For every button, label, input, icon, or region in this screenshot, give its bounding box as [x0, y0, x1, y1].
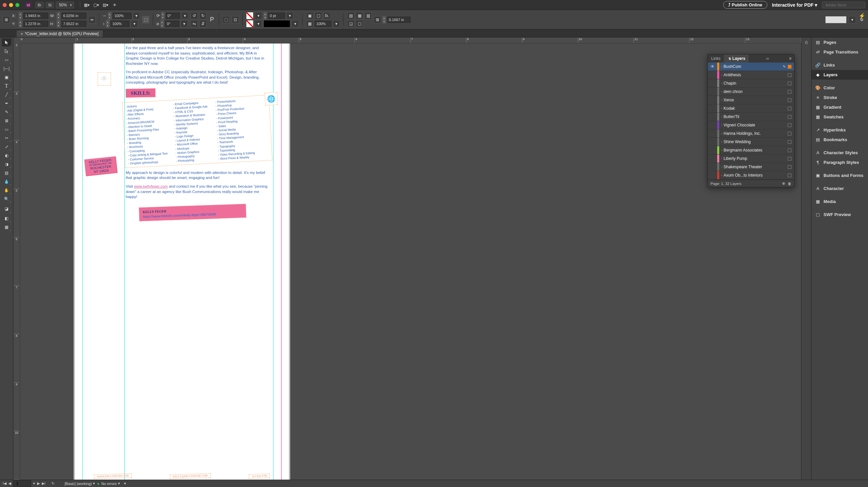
dock-swatches[interactable]: ▦Swatches: [811, 112, 868, 122]
expand-icon[interactable]: ›: [721, 149, 722, 152]
delete-layer-icon[interactable]: 🗑: [788, 182, 792, 186]
close-tab-icon[interactable]: ×: [21, 32, 23, 36]
layer-row[interactable]: › Vigneri Chocolate: [708, 121, 794, 129]
dock-color[interactable]: 🎨Color: [811, 83, 868, 93]
dock-paragraph-styles[interactable]: ¶Paragraph Styles: [811, 157, 868, 167]
zoom-select[interactable]: 50%: [56, 2, 74, 8]
preflight-dd[interactable]: ▾: [93, 481, 95, 486]
layers-panel[interactable]: Links ⇅ Layers ›› ≡ 👁 › BushCom ✎ › Anti…: [708, 54, 795, 187]
stroke-style[interactable]: [264, 20, 290, 27]
page-number-input[interactable]: [13, 480, 31, 487]
horizontal-ruler[interactable]: 012345678910111213: [20, 37, 801, 43]
stroke-swatch[interactable]: [246, 20, 253, 27]
scale-x-input[interactable]: [113, 13, 131, 19]
quick-apply[interactable]: [825, 16, 846, 23]
linkedin-bar[interactable]: KELLY FEGER https://www.linkedin.com/in/…: [139, 204, 246, 221]
rectangle-frame-tool[interactable]: ⊠: [2, 117, 11, 125]
selection-indicator[interactable]: [788, 107, 792, 111]
layer-row[interactable]: › Antithesis: [708, 71, 794, 79]
dock-pages[interactable]: ▤Pages: [811, 37, 868, 47]
h-input[interactable]: [62, 21, 86, 27]
close-window[interactable]: [3, 3, 7, 7]
selection-indicator[interactable]: [788, 90, 792, 94]
dock-character-styles[interactable]: ACharacter Styles: [811, 148, 868, 157]
workspace-select[interactable]: Interactive for PDF ▾: [772, 2, 817, 8]
panel-collapse-icon[interactable]: ››: [764, 55, 772, 63]
selection-indicator[interactable]: [788, 65, 792, 68]
guide[interactable]: [82, 43, 83, 480]
publish-online-button[interactable]: ⤴ Publish Online: [723, 1, 767, 9]
layer-row[interactable]: 👁 › BushCom ✎: [708, 63, 794, 71]
fill-stroke-toggle[interactable]: ◪: [2, 204, 11, 214]
scale-x-dd[interactable]: ▾: [133, 12, 140, 20]
shear-input[interactable]: [165, 21, 179, 27]
dock-bookmarks[interactable]: ▤Bookmarks: [811, 135, 868, 145]
expand-icon[interactable]: ›: [721, 65, 722, 68]
skills-box[interactable]: ActionsAds (Digital & Print)After Effect…: [122, 95, 273, 168]
expand-icon[interactable]: ›: [721, 115, 722, 118]
layer-row[interactable]: › Chapin: [708, 79, 794, 88]
corner-options-icon[interactable]: ◲: [347, 20, 354, 27]
expand-icon[interactable]: ›: [721, 82, 722, 85]
dock-page-transitions[interactable]: ⇄Page Transitions: [811, 47, 868, 57]
expand-icon[interactable]: ›: [721, 107, 722, 110]
type-tool[interactable]: T: [2, 82, 11, 90]
hand-tool[interactable]: ✋: [2, 186, 11, 194]
last-page-icon[interactable]: ▶I: [42, 481, 45, 486]
pencil-tool[interactable]: ✎: [2, 108, 11, 116]
zoom-window[interactable]: [16, 3, 20, 7]
portfolio-link[interactable]: www.kellyfeger.com: [134, 184, 168, 188]
bridge-button[interactable]: Br: [35, 2, 44, 8]
dock-gradient[interactable]: ▦Gradient: [811, 102, 868, 112]
eyedropper-tool[interactable]: 💧: [2, 178, 11, 186]
dock-swf-preview[interactable]: ▢SWF Preview: [811, 210, 868, 219]
view-mode-icon[interactable]: ▦: [2, 223, 11, 231]
text-wrap-none-icon[interactable]: ▤: [347, 12, 354, 20]
gpu-icon[interactable]: ✈: [111, 1, 118, 9]
selection-indicator[interactable]: [788, 123, 792, 127]
libraries-icon[interactable]: ⎙: [803, 40, 810, 47]
zoom-tool[interactable]: 🔍: [2, 195, 11, 203]
text-wrap-bbox-icon[interactable]: ▦: [356, 12, 363, 20]
layer-row[interactable]: › Hanna Holdings, Inc.: [708, 129, 794, 138]
y-input[interactable]: [23, 21, 48, 27]
x-input[interactable]: [23, 13, 48, 19]
pen-tool[interactable]: ✒: [2, 99, 11, 108]
body-text-frame[interactable]: For the past three and a half years I've…: [126, 45, 270, 219]
free-transform-tool[interactable]: ⤢: [2, 143, 11, 151]
stroke-wt-input[interactable]: [268, 13, 285, 19]
panel-menu-icon[interactable]: ≡: [786, 55, 794, 63]
note-tool[interactable]: ▤: [2, 169, 11, 177]
next-page-icon[interactable]: ▶: [37, 481, 40, 486]
document-tab[interactable]: ×*Cover_letter.indd @ 50% [GPU Preview]: [17, 30, 103, 37]
transparency-icon[interactable]: ▦: [306, 20, 313, 27]
links-panel-tab[interactable]: Links: [708, 55, 724, 63]
page-tool[interactable]: ▭: [2, 56, 11, 64]
flip-h-icon[interactable]: ⇋: [191, 20, 198, 27]
layer-row[interactable]: › Xerox: [708, 96, 794, 104]
auto-fit-icon[interactable]: ▣: [306, 12, 313, 20]
fill-swatch[interactable]: [246, 12, 253, 20]
guide[interactable]: [273, 43, 274, 480]
link-scale-icon[interactable]: ⬚: [142, 16, 150, 23]
layer-row[interactable]: › Axom Ob...to Interiors: [708, 171, 794, 180]
scissors-tool[interactable]: ✂: [2, 134, 11, 142]
preflight-profile[interactable]: [Basic] (working): [65, 482, 92, 486]
apply-color-icon[interactable]: ◧: [2, 214, 11, 222]
layer-row[interactable]: › Bergmann Associates: [708, 146, 794, 155]
page-dd-icon[interactable]: ▾: [33, 481, 35, 486]
fx-icon[interactable]: fx.: [323, 12, 331, 20]
constrain-icon[interactable]: ⇔: [88, 16, 96, 23]
layer-row[interactable]: › Liberty Pump: [708, 155, 794, 163]
gap-input[interactable]: [387, 17, 411, 23]
adobe-stock-search[interactable]: [822, 2, 865, 8]
eye-artwork[interactable]: 👁: [98, 72, 111, 86]
expand-icon[interactable]: ›: [721, 174, 722, 177]
gradient-swatch-tool[interactable]: ◐: [2, 152, 11, 159]
dock-layers[interactable]: ◆Layers: [811, 70, 868, 80]
selection-indicator[interactable]: [788, 98, 792, 102]
rotate-ccw-icon[interactable]: ↺: [191, 12, 198, 20]
dock-links[interactable]: 🔗Links: [811, 60, 868, 70]
layer-row[interactable]: › Kodak: [708, 104, 794, 113]
minimize-window[interactable]: [9, 3, 13, 7]
